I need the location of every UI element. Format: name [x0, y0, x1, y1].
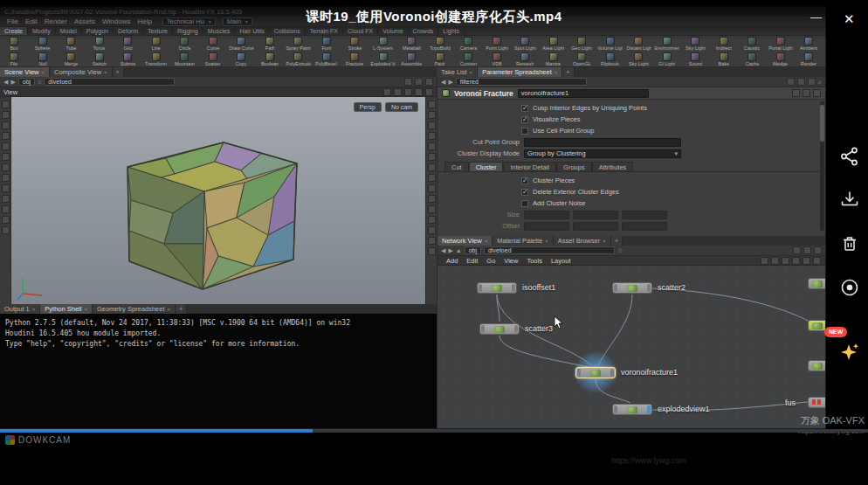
bookmark-icon[interactable]: ☆: [617, 246, 623, 254]
tool-icon[interactable]: [2, 142, 10, 150]
tool-icon[interactable]: [793, 246, 801, 254]
shelf-tool-mountain[interactable]: Mountain: [170, 52, 199, 66]
close-tab-icon[interactable]: ×: [485, 239, 488, 244]
network-menu-add[interactable]: Add: [442, 257, 462, 265]
view-menu[interactable]: View: [3, 88, 17, 96]
tool-icon[interactable]: [782, 257, 789, 265]
tool-icon[interactable]: [2, 216, 10, 224]
shelf-tool-bake[interactable]: Bake: [710, 52, 739, 66]
pane-tab-scene-view[interactable]: Scene View×: [0, 67, 50, 77]
tool-icon[interactable]: [428, 226, 436, 234]
tool-icon[interactable]: [428, 132, 436, 140]
projection-pill[interactable]: Persp: [354, 102, 382, 112]
tool-icon[interactable]: [383, 88, 391, 96]
number-field[interactable]: [622, 211, 667, 219]
shelf-tool-switch[interactable]: Switch: [86, 52, 114, 66]
shelf-tool-merge[interactable]: Merge: [57, 52, 86, 66]
checkbox[interactable]: [521, 128, 528, 135]
shelf-tool-scatter[interactable]: Scatter: [199, 52, 228, 66]
cut-point-group-field[interactable]: [524, 138, 681, 147]
node-partial[interactable]: [808, 360, 825, 371]
close-tab-icon[interactable]: ×: [32, 307, 36, 312]
shelf-tool-polybevel[interactable]: PolyBevel: [313, 52, 341, 66]
pane-tab-output-1[interactable]: Output 1×: [0, 304, 40, 314]
number-field[interactable]: [573, 211, 618, 219]
tool-icon[interactable]: [813, 257, 821, 265]
tool-icon[interactable]: [428, 153, 436, 161]
shelf-tool-boolean[interactable]: Boolean: [256, 52, 285, 66]
node-scatter3[interactable]: [479, 323, 520, 335]
shelf-tool-render[interactable]: Render: [795, 52, 823, 66]
tool-icon[interactable]: [797, 78, 805, 86]
tool-icon[interactable]: [428, 195, 436, 203]
network-editor[interactable]: isooffset1scatter2scatter3voronoifractur…: [437, 266, 825, 428]
close-tab-icon[interactable]: ×: [41, 70, 45, 75]
pane-tab-parameter-spreadsheet[interactable]: Parameter Spreadsheet×: [478, 67, 562, 77]
tool-icon[interactable]: [2, 153, 10, 161]
node-display-flag[interactable]: [512, 284, 515, 292]
seek-bar[interactable]: [0, 429, 868, 433]
network-menu-view[interactable]: View: [499, 257, 522, 265]
number-field[interactable]: [524, 222, 569, 231]
back-icon[interactable]: ◀: [441, 246, 445, 254]
shelf-tool-sky-light[interactable]: Sky Light: [624, 52, 653, 66]
number-field[interactable]: [524, 211, 569, 219]
shelf-tool-exploded-view[interactable]: Exploded View: [369, 52, 398, 66]
scrollbar[interactable]: [820, 101, 824, 231]
shelf-tool-fracture[interactable]: Fracture: [341, 52, 369, 66]
shelf-tool-mantra[interactable]: Mantra: [540, 52, 568, 66]
pane-tab-asset-browser[interactable]: Asset Browser×: [554, 236, 611, 246]
shelf-tool-transform[interactable]: Transform: [142, 52, 171, 66]
scrollbar-thumb[interactable]: [820, 105, 824, 142]
node-name-field[interactable]: voronoifracture1: [518, 89, 649, 98]
tool-icon[interactable]: [803, 246, 811, 254]
pane-tab-python-shell[interactable]: Python Shell×: [40, 304, 93, 314]
download-button[interactable]: [838, 189, 861, 211]
pane-tab-network-view[interactable]: Network View×: [437, 236, 493, 246]
node-voronoifracture1[interactable]: [575, 367, 616, 378]
node-explodedview1[interactable]: [612, 404, 652, 415]
forward-icon[interactable]: ▶: [448, 246, 452, 254]
filter-field[interactable]: filtered: [456, 78, 587, 86]
pane-tab-composite-view[interactable]: Composite View×: [50, 67, 113, 77]
context-chip[interactable]: obj: [18, 78, 35, 86]
number-field[interactable]: [622, 222, 667, 231]
record-button[interactable]: [838, 276, 861, 299]
tool-icon[interactable]: [404, 78, 412, 86]
tool-icon[interactable]: [808, 78, 816, 86]
shelf-tool-convert[interactable]: Convert: [454, 52, 483, 66]
scene-viewport[interactable]: Persp No cam: [0, 97, 437, 304]
node-display-flag[interactable]: [610, 369, 614, 377]
minimize-icon[interactable]: —: [810, 10, 822, 24]
tool-icon[interactable]: [415, 88, 423, 96]
node-display-flag[interactable]: [647, 405, 651, 413]
pane-tab-material-palette[interactable]: Material Palette×: [493, 236, 554, 246]
tool-icon[interactable]: [428, 174, 436, 182]
python-shell[interactable]: Python 2.7.5 (default, Nov 24 2017, 11:3…: [0, 314, 437, 428]
tool-icon[interactable]: [2, 132, 10, 140]
tool-icon[interactable]: [2, 195, 10, 203]
shelf-tool-flipbook[interactable]: Flipbook: [596, 52, 625, 66]
tool-icon[interactable]: [428, 237, 436, 245]
tool-icon[interactable]: [2, 163, 10, 171]
param-tab-attributes[interactable]: Attributes: [592, 162, 634, 171]
forward-icon[interactable]: ▶: [448, 78, 452, 86]
param-tab-cut[interactable]: Cut: [444, 162, 469, 171]
tool-icon[interactable]: [2, 184, 10, 192]
tool-icon[interactable]: [787, 78, 795, 86]
add-tab-icon[interactable]: +: [611, 236, 623, 246]
checkbox[interactable]: [521, 189, 528, 196]
shelf-tool-pack[interactable]: Pack: [426, 52, 455, 66]
shelf-tool-polyextrude[interactable]: PolyExtrude: [284, 52, 313, 66]
tool-icon[interactable]: [771, 257, 779, 265]
node-partial[interactable]: [808, 397, 825, 408]
shelf-tool-null[interactable]: Null: [29, 52, 58, 66]
tool-icon[interactable]: [2, 205, 10, 213]
tool-icon[interactable]: [428, 163, 436, 171]
add-tab-icon[interactable]: +: [176, 304, 187, 314]
shelf-tool-assemble[interactable]: Assemble: [397, 52, 426, 66]
node-partial[interactable]: [808, 320, 825, 331]
tool-icon[interactable]: [404, 88, 412, 96]
share-button[interactable]: [838, 145, 861, 168]
tool-icon[interactable]: [428, 205, 436, 213]
